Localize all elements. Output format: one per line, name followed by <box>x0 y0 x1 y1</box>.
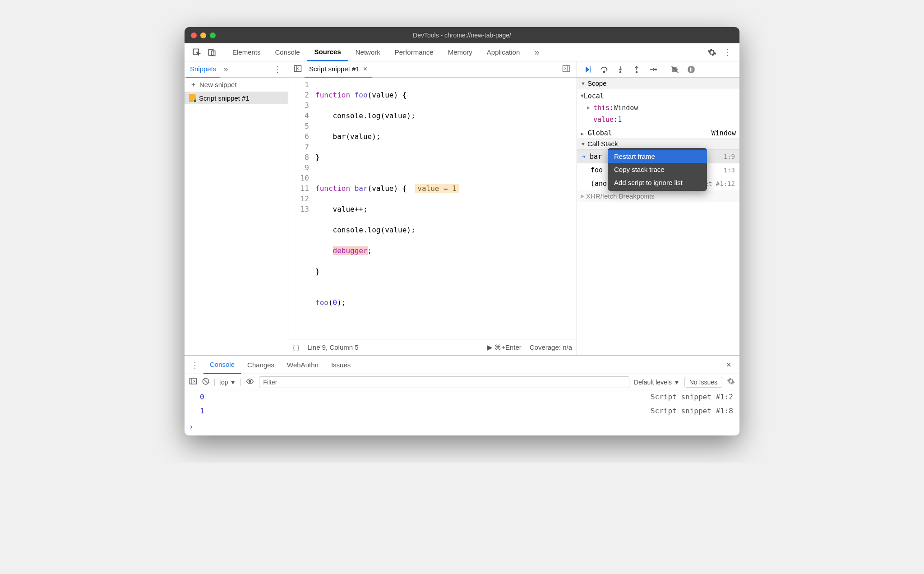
resume-button[interactable] <box>581 62 595 77</box>
navigator-tabs: Snippets » ⋮ <box>185 61 288 78</box>
console-prompt[interactable]: › <box>185 418 739 435</box>
console-filter-input[interactable] <box>259 376 629 388</box>
device-toolbar-icon[interactable] <box>204 43 220 61</box>
drawer-more-icon[interactable]: ⋮ <box>186 360 203 370</box>
clear-console-icon[interactable] <box>202 377 210 387</box>
inspect-element-icon[interactable] <box>189 43 204 61</box>
step-over-button[interactable] <box>597 62 611 77</box>
pause-exceptions-button[interactable] <box>684 62 698 77</box>
tabs-overflow-button[interactable]: » <box>527 43 546 61</box>
triangle-down-icon: ▼ <box>581 81 586 86</box>
toggle-debugger-pane-icon[interactable] <box>559 65 574 74</box>
console-sidebar-toggle-icon[interactable] <box>189 377 197 387</box>
context-menu: Restart frame Copy stack trace Add scrip… <box>608 148 707 191</box>
editor-tabbar: Script snippet #1 × <box>288 61 577 78</box>
editor-status-bar: { } Line 9, Column 5 ▶ ⌘+Enter Coverage:… <box>288 339 577 355</box>
svg-rect-1 <box>209 49 213 55</box>
editor-tab[interactable]: Script snippet #1 × <box>305 61 372 78</box>
tab-elements[interactable]: Elements <box>225 43 268 61</box>
live-expression-icon[interactable] <box>245 377 254 387</box>
navigator-overflow-icon[interactable]: » <box>220 65 231 74</box>
debugger-pane: ▼ Scope ▼Local ▶this: Window value: 1 ▶ … <box>577 61 739 355</box>
tab-performance[interactable]: Performance <box>388 43 441 61</box>
window-title: DevTools - chrome://new-tab-page/ <box>185 32 739 39</box>
local-scope-label: Local <box>584 90 604 102</box>
console-source-link[interactable]: Script snippet #1:2 <box>651 390 733 404</box>
svg-rect-5 <box>563 65 570 72</box>
step-button[interactable] <box>646 62 660 77</box>
svg-rect-7 <box>590 66 591 72</box>
snippet-file-icon <box>189 94 196 102</box>
log-levels-select[interactable]: Default levels ▼ <box>634 379 680 386</box>
svg-rect-17 <box>692 67 693 71</box>
scope-title: Scope <box>587 79 607 87</box>
svg-point-10 <box>620 71 621 73</box>
plus-icon: ＋ <box>190 80 197 89</box>
code-editor: Script snippet #1 × 1 2 3 4 5 6 7 8 9 10… <box>288 61 577 355</box>
tab-memory[interactable]: Memory <box>441 43 480 61</box>
execution-context-select[interactable]: top ▼ <box>214 379 241 386</box>
menu-restart-frame[interactable]: Restart frame <box>608 150 707 163</box>
svg-point-8 <box>603 71 605 72</box>
triangle-down-icon: ▼ <box>581 90 584 102</box>
new-snippet-button[interactable]: ＋ New snippet <box>185 78 288 92</box>
step-out-button[interactable] <box>629 62 644 77</box>
sources-content: Snippets » ⋮ ＋ New snippet Script snippe… <box>185 61 739 356</box>
snippet-item[interactable]: Script snippet #1 <box>185 92 288 104</box>
more-menu-icon[interactable]: ⋮ <box>720 43 735 61</box>
main-tabbar: Elements Console Sources Network Perform… <box>185 43 739 61</box>
deactivate-breakpoints-button[interactable] <box>668 62 682 77</box>
no-issues-button[interactable]: No Issues <box>684 377 722 388</box>
svg-point-14 <box>655 69 656 70</box>
tab-snippets[interactable]: Snippets <box>186 61 220 78</box>
drawer-tabbar: ⋮ Console Changes WebAuthn Issues × <box>185 356 739 374</box>
drawer-tab-changes[interactable]: Changes <box>241 356 281 374</box>
global-scope-row[interactable]: ▶ Global Window <box>577 128 739 138</box>
menu-add-to-ignore-list[interactable]: Add script to ignore list <box>608 176 707 189</box>
close-tab-icon[interactable]: × <box>363 65 367 73</box>
console-message: 1 Script snippet #1:8 <box>185 404 739 418</box>
settings-gear-icon[interactable] <box>704 43 720 61</box>
triangle-down-icon: ▼ <box>581 141 586 147</box>
run-snippet-button[interactable]: ▶ ⌘+Enter <box>487 343 522 352</box>
cursor-position: Line 9, Column 5 <box>307 343 358 351</box>
editor-tab-label: Script snippet #1 <box>309 65 360 73</box>
drawer: ⋮ Console Changes WebAuthn Issues × top … <box>185 356 739 435</box>
svg-point-21 <box>249 380 251 383</box>
code-content: function foo(value) { console.log(value)… <box>315 79 577 339</box>
close-drawer-icon[interactable]: × <box>720 360 738 370</box>
console-toolbar: top ▼ Default levels ▼ No Issues <box>185 374 739 390</box>
inline-value-hint: value = 1 <box>415 184 459 193</box>
triangle-right-icon: ▶ <box>581 193 584 199</box>
line-gutter: 1 2 3 4 5 6 7 8 9 10 11 12 13 <box>288 79 315 339</box>
drawer-tab-issues[interactable]: Issues <box>325 356 357 374</box>
pretty-print-icon[interactable]: { } <box>293 343 299 351</box>
console-message: 0 Script snippet #1:2 <box>185 390 739 404</box>
coverage-status: Coverage: n/a <box>530 343 572 351</box>
svg-point-12 <box>636 71 638 73</box>
triangle-right-icon: ▶ <box>581 131 584 137</box>
tab-console[interactable]: Console <box>268 43 307 61</box>
triangle-right-icon[interactable]: ▶ <box>587 102 593 114</box>
new-snippet-label: New snippet <box>199 81 237 88</box>
tab-network[interactable]: Network <box>348 43 388 61</box>
devtools-window: DevTools - chrome://new-tab-page/ Elemen… <box>185 27 739 435</box>
console-output: 0 Script snippet #1:2 1 Script snippet #… <box>185 390 739 435</box>
xhr-breakpoints-header[interactable]: ▶ XHR/fetch Breakpoints <box>577 190 739 202</box>
drawer-tab-console[interactable]: Console <box>203 356 241 374</box>
menu-copy-stack-trace[interactable]: Copy stack trace <box>608 163 707 176</box>
svg-rect-16 <box>690 67 691 71</box>
console-source-link[interactable]: Script snippet #1:8 <box>651 404 733 418</box>
drawer-tab-webauthn[interactable]: WebAuthn <box>281 356 325 374</box>
toggle-navigator-icon[interactable] <box>291 65 305 74</box>
navigator-sidebar: Snippets » ⋮ ＋ New snippet Script snippe… <box>185 61 288 355</box>
navigator-more-icon[interactable]: ⋮ <box>269 65 286 74</box>
code-area[interactable]: 1 2 3 4 5 6 7 8 9 10 11 12 13 function f… <box>288 78 577 339</box>
tab-application[interactable]: Application <box>480 43 527 61</box>
svg-rect-18 <box>190 379 197 384</box>
console-settings-gear-icon[interactable] <box>727 377 735 387</box>
scope-section-header[interactable]: ▼ Scope <box>577 78 739 89</box>
tab-sources[interactable]: Sources <box>307 43 348 61</box>
svg-line-20 <box>204 380 208 384</box>
step-into-button[interactable] <box>613 62 628 77</box>
